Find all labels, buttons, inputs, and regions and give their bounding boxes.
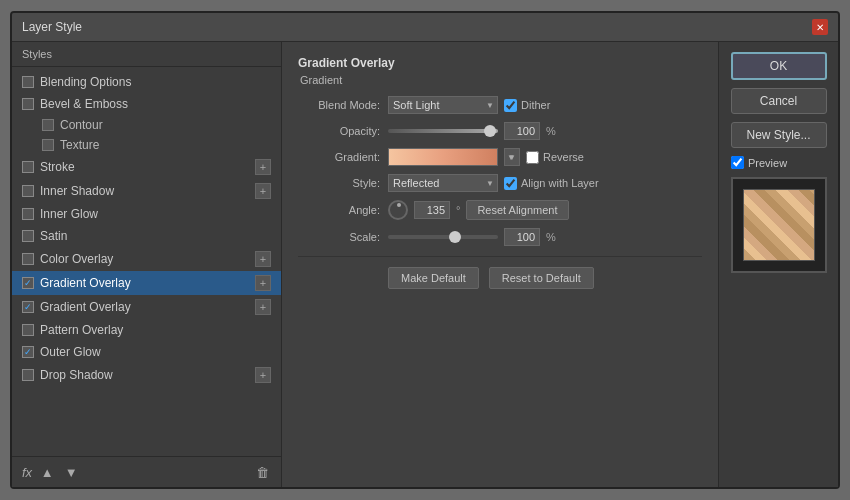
gradient-label: Gradient: — [298, 151, 388, 163]
inner-shadow-plus-icon[interactable]: + — [255, 183, 271, 199]
opacity-thumb[interactable] — [484, 125, 496, 137]
satin-label: Satin — [40, 229, 67, 243]
style-control: Reflected Linear Radial Angle Diamond Al… — [388, 174, 702, 192]
cancel-button[interactable]: Cancel — [731, 88, 827, 114]
stroke-label: Stroke — [40, 160, 75, 174]
close-button[interactable]: ✕ — [812, 19, 828, 35]
sidebar-item-satin[interactable]: Satin — [12, 225, 281, 247]
make-default-button[interactable]: Make Default — [388, 267, 479, 289]
inner-glow-label: Inner Glow — [40, 207, 98, 221]
opacity-control: % — [388, 122, 702, 140]
drop-shadow-plus-icon[interactable]: + — [255, 367, 271, 383]
dither-label[interactable]: Dither — [504, 99, 550, 112]
satin-checkbox[interactable] — [22, 230, 34, 242]
sidebar-item-texture[interactable]: Texture — [12, 135, 281, 155]
angle-circle[interactable] — [388, 200, 408, 220]
preview-inner — [743, 189, 815, 261]
right-panel: OK Cancel New Style... Preview — [718, 42, 838, 487]
middle-panel: Gradient Overlay Gradient Blend Mode: So… — [282, 42, 718, 487]
scale-label: Scale: — [298, 231, 388, 243]
align-layer-text: Align with Layer — [521, 177, 599, 189]
dither-checkbox[interactable] — [504, 99, 517, 112]
new-style-button[interactable]: New Style... — [731, 122, 827, 148]
scale-unit: % — [546, 231, 556, 243]
title-bar: Layer Style ✕ — [12, 13, 838, 42]
scale-thumb[interactable] — [449, 231, 461, 243]
preview-checkbox[interactable] — [731, 156, 744, 169]
bevel-emboss-checkbox[interactable] — [22, 98, 34, 110]
opacity-label: Opacity: — [298, 125, 388, 137]
align-layer-label[interactable]: Align with Layer — [504, 177, 599, 190]
align-layer-checkbox[interactable] — [504, 177, 517, 190]
pattern-overlay-checkbox[interactable] — [22, 324, 34, 336]
section-title: Gradient Overlay — [298, 56, 702, 70]
gradient-row: Gradient: ▼ Reverse — [298, 148, 702, 166]
sidebar-item-gradient-overlay-1[interactable]: Gradient Overlay + — [12, 271, 281, 295]
contour-checkbox[interactable] — [42, 119, 54, 131]
angle-unit: ° — [456, 204, 460, 216]
angle-label: Angle: — [298, 204, 388, 216]
sidebar-item-stroke[interactable]: Stroke + — [12, 155, 281, 179]
texture-checkbox[interactable] — [42, 139, 54, 151]
sidebar-item-drop-shadow[interactable]: Drop Shadow + — [12, 363, 281, 387]
outer-glow-checkbox[interactable] — [22, 346, 34, 358]
inner-glow-checkbox[interactable] — [22, 208, 34, 220]
gradient-overlay-1-checkbox[interactable] — [22, 277, 34, 289]
angle-control: ° Reset Alignment — [388, 200, 702, 220]
angle-dot — [397, 203, 401, 207]
sidebar-item-gradient-overlay-2[interactable]: Gradient Overlay + — [12, 295, 281, 319]
scale-slider[interactable] — [388, 235, 498, 239]
stroke-plus-icon[interactable]: + — [255, 159, 271, 175]
gradient-overlay-2-plus-icon[interactable]: + — [255, 299, 271, 315]
sidebar-item-outer-glow[interactable]: Outer Glow — [12, 341, 281, 363]
sidebar-item-inner-glow[interactable]: Inner Glow — [12, 203, 281, 225]
gradient-overlay-1-plus-icon[interactable]: + — [255, 275, 271, 291]
sidebar-item-contour[interactable]: Contour — [12, 115, 281, 135]
gradient-overlay-2-checkbox[interactable] — [22, 301, 34, 313]
opacity-input[interactable] — [504, 122, 540, 140]
left-panel: Styles Blending Options Bevel & Emboss C… — [12, 42, 282, 487]
gradient-bar[interactable] — [388, 148, 498, 166]
reset-alignment-button[interactable]: Reset Alignment — [466, 200, 568, 220]
stroke-checkbox[interactable] — [22, 161, 34, 173]
layer-style-dialog: Layer Style ✕ Styles Blending Options Be… — [10, 11, 840, 489]
drop-shadow-checkbox[interactable] — [22, 369, 34, 381]
opacity-row: Opacity: % — [298, 122, 702, 140]
sidebar-item-bevel-emboss[interactable]: Bevel & Emboss — [12, 93, 281, 115]
styles-header: Styles — [12, 42, 281, 67]
gradient-control: ▼ Reverse — [388, 148, 702, 166]
reverse-checkbox[interactable] — [526, 151, 539, 164]
contour-label: Contour — [60, 118, 103, 132]
move-down-button[interactable]: ▼ — [62, 463, 80, 481]
actions-row: Make Default Reset to Default — [388, 267, 702, 289]
color-overlay-plus-icon[interactable]: + — [255, 251, 271, 267]
dialog-title: Layer Style — [22, 20, 82, 34]
reverse-label[interactable]: Reverse — [526, 151, 584, 164]
blending-options-label: Blending Options — [40, 75, 131, 89]
inner-shadow-checkbox[interactable] — [22, 185, 34, 197]
pattern-overlay-label: Pattern Overlay — [40, 323, 123, 337]
reset-to-default-button[interactable]: Reset to Default — [489, 267, 594, 289]
color-overlay-checkbox[interactable] — [22, 253, 34, 265]
drop-shadow-label: Drop Shadow — [40, 368, 113, 382]
preview-label[interactable]: Preview — [731, 156, 787, 169]
reverse-text: Reverse — [543, 151, 584, 163]
divider — [298, 256, 702, 257]
scale-input[interactable] — [504, 228, 540, 246]
sidebar-item-pattern-overlay[interactable]: Pattern Overlay — [12, 319, 281, 341]
gradient-arrow: ▼ — [504, 148, 520, 166]
sidebar-item-color-overlay[interactable]: Color Overlay + — [12, 247, 281, 271]
opacity-slider[interactable] — [388, 129, 498, 133]
move-up-button[interactable]: ▲ — [38, 463, 56, 481]
blend-mode-select[interactable]: Soft Light Normal Multiply Screen Overla… — [388, 96, 498, 114]
blending-options-checkbox[interactable] — [22, 76, 34, 88]
delete-button[interactable]: 🗑 — [253, 463, 271, 481]
section-subtitle: Gradient — [298, 74, 702, 86]
angle-input[interactable] — [414, 201, 450, 219]
color-overlay-label: Color Overlay — [40, 252, 113, 266]
gradient-overlay-1-label: Gradient Overlay — [40, 276, 131, 290]
ok-button[interactable]: OK — [731, 52, 827, 80]
sidebar-item-inner-shadow[interactable]: Inner Shadow + — [12, 179, 281, 203]
sidebar-item-blending-options[interactable]: Blending Options — [12, 71, 281, 93]
style-select[interactable]: Reflected Linear Radial Angle Diamond — [388, 174, 498, 192]
